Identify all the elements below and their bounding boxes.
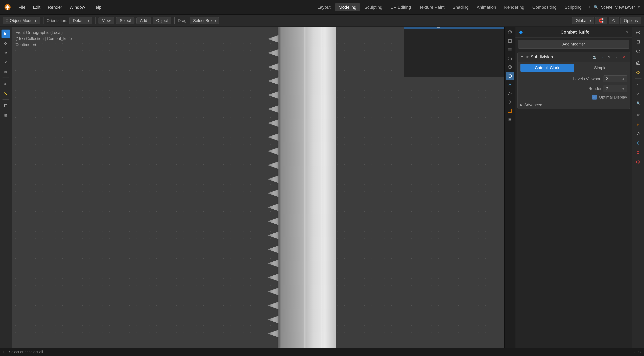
right-icon-camera[interactable] xyxy=(634,59,642,68)
prop-scene-icon[interactable] xyxy=(506,54,514,62)
svg-marker-38 xyxy=(268,246,279,254)
settings-icon[interactable]: ⚙ xyxy=(638,5,641,9)
svg-text:✏: ✏ xyxy=(4,82,7,86)
tool-rotate[interactable]: ↻ xyxy=(2,48,10,57)
tool-add-cube[interactable] xyxy=(2,102,10,110)
prop-object-mesh-icon: 🔷 xyxy=(519,30,523,34)
view-menu[interactable]: View xyxy=(98,17,114,24)
svg-text:↔: ↔ xyxy=(636,82,640,86)
tool-measure[interactable]: 📏 xyxy=(2,89,10,98)
svg-rect-22 xyxy=(279,27,336,348)
levels-viewport-value[interactable]: 2 ◂▸ xyxy=(604,75,627,82)
tool-scale[interactable]: ⤢ xyxy=(2,58,10,66)
modifier-render-visibility[interactable]: 📷 xyxy=(592,54,598,60)
svg-point-83 xyxy=(510,93,512,94)
catmull-clark-btn[interactable]: Catmull-Clark xyxy=(520,64,574,72)
right-icon-view[interactable] xyxy=(634,28,642,37)
right-icon-rotate-nav[interactable]: ⟳ xyxy=(634,89,642,98)
tab-layout[interactable]: Layout xyxy=(313,3,334,11)
tool-transform[interactable]: ⊞ xyxy=(2,67,10,76)
right-icon-light[interactable] xyxy=(634,68,642,77)
tool-grid-fill[interactable]: ⊟ xyxy=(2,111,10,120)
tab-scripting[interactable]: Scripting xyxy=(560,3,586,11)
proportional-btn[interactable]: ⊙ xyxy=(608,17,619,24)
prop-world-icon[interactable] xyxy=(506,63,514,71)
svg-text:⚙: ⚙ xyxy=(636,123,639,126)
svg-text:↻: ↻ xyxy=(4,51,7,55)
tab-rendering[interactable]: Rendering xyxy=(500,3,528,11)
prop-render-icon[interactable] xyxy=(506,28,514,36)
separator-3 xyxy=(174,17,175,24)
tab-modeling[interactable]: Modeling xyxy=(335,3,360,11)
menu-edit[interactable]: Edit xyxy=(30,3,44,11)
modifier-edit-visibility[interactable]: ✎ xyxy=(606,54,612,60)
simple-btn[interactable]: Simple xyxy=(574,64,627,72)
right-icon-view-nav[interactable]: 👁 xyxy=(634,110,642,119)
right-icon-transform[interactable]: ⚙ xyxy=(634,120,642,128)
menu-help[interactable]: Help xyxy=(89,3,104,11)
menu-render[interactable]: Render xyxy=(44,3,66,11)
right-icon-data[interactable] xyxy=(634,158,642,166)
right-icon-particle[interactable] xyxy=(634,129,642,138)
prop-object-icon[interactable] xyxy=(506,72,514,80)
select-menu[interactable]: Select xyxy=(116,17,134,24)
add-menu[interactable]: Add xyxy=(136,17,151,24)
advanced-section-toggle[interactable]: ▶ Advanced xyxy=(518,101,630,109)
right-icon-overlay[interactable] xyxy=(634,38,642,46)
tab-compositing[interactable]: Compositing xyxy=(528,3,561,11)
prop-constraints-icon[interactable] xyxy=(506,107,514,115)
prop-physics-icon[interactable] xyxy=(506,98,514,106)
prop-modifier-icon[interactable] xyxy=(506,80,514,88)
right-icon-object[interactable] xyxy=(634,47,642,56)
separator-1 xyxy=(43,17,44,24)
add-modifier-button[interactable]: Add Modifier xyxy=(518,40,629,49)
tab-shading[interactable]: Shading xyxy=(449,3,473,11)
prop-particles-icon[interactable] xyxy=(506,89,514,97)
right-icon-zoom-nav[interactable]: 🔍 xyxy=(634,99,642,108)
prop-output-icon[interactable] xyxy=(506,37,514,45)
prop-object-name: Combat_knife xyxy=(560,30,590,35)
render-levels-label: Render xyxy=(520,86,602,91)
prop-edit-icon[interactable]: ✎ xyxy=(626,30,628,34)
right-icon-constraints[interactable] xyxy=(634,148,642,157)
scene-label: Scene xyxy=(601,5,612,10)
status-bar-right: 2.93 xyxy=(634,350,641,354)
orientation-dropdown[interactable]: Default ▼ xyxy=(69,17,92,24)
svg-text:⊟: ⊟ xyxy=(4,114,7,117)
modifier-apply-btn[interactable]: ✓ xyxy=(614,54,620,60)
optimal-display-checkbox[interactable]: ✓ xyxy=(592,95,597,100)
right-icon-separator-2 xyxy=(635,78,642,78)
options-btn[interactable]: Options xyxy=(620,17,641,24)
global-chevron: ▼ xyxy=(588,19,592,23)
tab-sculpting[interactable]: Sculpting xyxy=(360,3,386,11)
tool-cursor[interactable] xyxy=(2,30,10,38)
prop-view-layer-icon[interactable] xyxy=(506,46,514,54)
tab-texture-paint[interactable]: Texture Paint xyxy=(415,3,449,11)
tool-move[interactable]: ✛ xyxy=(2,39,10,48)
right-icon-move-nav[interactable]: ↔ xyxy=(634,80,642,88)
modifier-expand-btn[interactable]: ▼ xyxy=(520,55,524,59)
menu-file[interactable]: File xyxy=(15,3,29,11)
mode-dropdown[interactable]: ⬡ Object Mode ▼ xyxy=(3,17,40,24)
magnet-btn[interactable]: 🧲 xyxy=(595,17,607,24)
modifier-viewport-visibility[interactable]: ⬡ xyxy=(599,54,605,60)
tab-uv-editing[interactable]: UV Editing xyxy=(386,3,415,11)
workspace-tabs: Layout Modeling Sculpting UV Editing Tex… xyxy=(313,3,594,11)
tool-annotate[interactable]: ✏ xyxy=(2,80,10,88)
tool-separator-1 xyxy=(2,78,9,78)
tab-animation[interactable]: Animation xyxy=(473,3,500,11)
modifier-delete-btn[interactable]: ✕ xyxy=(621,54,627,60)
global-dropdown[interactable]: Global ▼ xyxy=(572,17,594,24)
drag-dropdown[interactable]: Select Box ▼ xyxy=(190,17,219,24)
object-menu[interactable]: Object xyxy=(153,17,171,24)
render-levels-value[interactable]: 2 ◂▸ xyxy=(604,85,627,92)
prop-data-icon[interactable] xyxy=(506,116,514,124)
svg-marker-33 xyxy=(268,175,279,183)
separator-2 xyxy=(95,17,96,24)
blender-logo xyxy=(3,3,12,12)
add-workspace-button[interactable]: + xyxy=(586,3,594,11)
menu-window[interactable]: Window xyxy=(66,3,88,11)
right-icon-physics[interactable] xyxy=(634,139,642,147)
modifier-visibility-toggle[interactable]: 👁 xyxy=(526,55,529,59)
svg-rect-47 xyxy=(321,27,322,348)
